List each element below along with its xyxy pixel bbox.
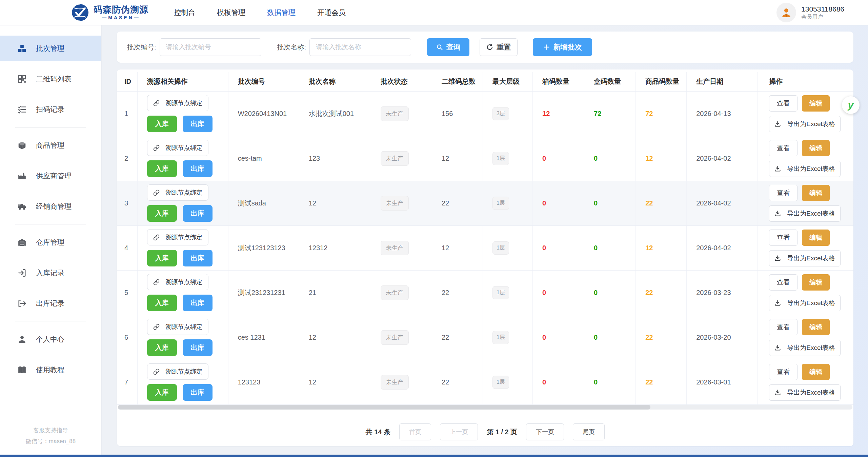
view-button[interactable]: 查看 bbox=[769, 230, 798, 246]
search-button[interactable]: 查询 bbox=[427, 38, 469, 56]
outbound-button[interactable]: 出库 bbox=[183, 160, 213, 177]
column-header: 箱码数量 bbox=[533, 72, 584, 91]
inbound-button[interactable]: 入库 bbox=[147, 384, 177, 401]
user-avatar-icon bbox=[781, 7, 792, 18]
inbound-button[interactable]: 入库 bbox=[147, 116, 177, 132]
cell-qr-total: 12 bbox=[432, 225, 483, 270]
inbound-button[interactable]: 入库 bbox=[147, 295, 177, 311]
inbound-button[interactable]: 入库 bbox=[147, 250, 177, 266]
cell-max-level: 1层 bbox=[483, 136, 532, 181]
avatar[interactable] bbox=[776, 3, 796, 22]
cell-batch-no: ces-tam bbox=[228, 136, 299, 181]
outbound-button[interactable]: 出库 bbox=[183, 205, 213, 222]
reset-button[interactable]: 重置 bbox=[480, 38, 518, 56]
cell-id: 1 bbox=[117, 91, 137, 136]
pagination-first-button[interactable]: 首页 bbox=[399, 423, 431, 440]
batch-no-input[interactable] bbox=[160, 38, 261, 56]
sidebar-item-batch-management[interactable]: 批次管理 bbox=[0, 36, 101, 61]
trace-node-bind-button[interactable]: 溯源节点绑定 bbox=[147, 319, 208, 335]
trace-node-bind-button[interactable]: 溯源节点绑定 bbox=[147, 363, 208, 380]
column-header: 操作 bbox=[758, 72, 853, 91]
download-icon bbox=[774, 344, 781, 351]
edit-button[interactable]: 编辑 bbox=[802, 364, 830, 380]
user-menu[interactable]: 13053118686 会员用户 bbox=[776, 3, 844, 22]
inbound-button[interactable]: 入库 bbox=[147, 339, 177, 356]
sidebar-item-warehouse-management[interactable]: 仓库管理 bbox=[0, 230, 101, 255]
level-badge: 1层 bbox=[492, 197, 509, 210]
cell-case-count: 12 bbox=[533, 91, 584, 136]
edit-button[interactable]: 编辑 bbox=[802, 230, 830, 246]
cell-id: 3 bbox=[117, 181, 137, 225]
sidebar-item-qrcode-list[interactable]: 二维码列表 bbox=[0, 66, 101, 92]
add-batch-button[interactable]: 新增批次 bbox=[533, 38, 592, 56]
sidebar-item-inbound-records[interactable]: 入库记录 bbox=[0, 260, 101, 285]
trace-node-bind-button[interactable]: 溯源节点绑定 bbox=[147, 184, 208, 201]
nav-item-membership[interactable]: 开通会员 bbox=[317, 8, 346, 17]
export-excel-button[interactable]: 导出为Excel表格 bbox=[769, 116, 840, 132]
view-button[interactable]: 查看 bbox=[769, 364, 798, 380]
refresh-icon bbox=[486, 44, 493, 51]
level-badge: 3层 bbox=[492, 107, 509, 120]
pagination-last-button[interactable]: 尾页 bbox=[573, 423, 605, 440]
cell-production-date: 2026-03-20 bbox=[687, 315, 758, 360]
trace-node-bind-button[interactable]: 溯源节点绑定 bbox=[147, 229, 208, 245]
outbound-button[interactable]: 出库 bbox=[183, 339, 213, 356]
sidebar-item-scan-records[interactable]: 扫码记录 bbox=[0, 97, 101, 122]
inbound-button[interactable]: 入库 bbox=[147, 205, 177, 222]
edit-button[interactable]: 编辑 bbox=[802, 140, 830, 156]
sidebar-support-note: 客服支持指导 微信号：masen_88 bbox=[0, 425, 101, 457]
trace-node-bind-button[interactable]: 溯源节点绑定 bbox=[147, 140, 208, 156]
outbound-button[interactable]: 出库 bbox=[183, 116, 213, 132]
edit-button[interactable]: 编辑 bbox=[802, 185, 830, 201]
export-excel-button[interactable]: 导出为Excel表格 bbox=[769, 205, 840, 222]
trace-node-bind-button[interactable]: 溯源节点绑定 bbox=[147, 95, 208, 111]
cell-production-date: 2026-04-02 bbox=[687, 181, 758, 225]
export-excel-button[interactable]: 导出为Excel表格 bbox=[769, 161, 840, 177]
column-header: ID bbox=[117, 72, 137, 91]
inbound-button[interactable]: 入库 bbox=[147, 160, 177, 177]
view-button[interactable]: 查看 bbox=[769, 185, 798, 201]
edit-button[interactable]: 编辑 bbox=[802, 95, 830, 112]
status-badge: 未生产 bbox=[381, 285, 409, 300]
pagination-prev-button[interactable]: 上一页 bbox=[440, 423, 478, 440]
cell-batch-name: 12312 bbox=[299, 225, 371, 270]
edit-button[interactable]: 编辑 bbox=[802, 319, 830, 335]
horizontal-scrollbar-thumb[interactable] bbox=[118, 405, 650, 410]
sidebar-item-distributor-management[interactable]: 经销商管理 bbox=[0, 194, 101, 219]
sidebar-item-profile[interactable]: 个人中心 bbox=[0, 326, 101, 352]
download-icon bbox=[774, 300, 781, 306]
sidebar-item-tutorial[interactable]: 使用教程 bbox=[0, 357, 101, 382]
cell-status: 未生产 bbox=[371, 225, 432, 270]
nav-item-data[interactable]: 数据管理 bbox=[267, 8, 296, 17]
view-button[interactable]: 查看 bbox=[769, 95, 798, 112]
cell-production-date: 2026-04-02 bbox=[687, 136, 758, 181]
edit-button[interactable]: 编辑 bbox=[802, 274, 830, 291]
view-button[interactable]: 查看 bbox=[769, 274, 798, 291]
outbound-button[interactable]: 出库 bbox=[183, 384, 213, 401]
sidebar-item-supplier-management[interactable]: 供应商管理 bbox=[0, 163, 101, 188]
cell-case-count: 0 bbox=[533, 136, 584, 181]
view-button[interactable]: 查看 bbox=[769, 319, 798, 335]
outbound-button[interactable]: 出库 bbox=[183, 250, 213, 266]
pagination-next-button[interactable]: 下一页 bbox=[526, 423, 564, 440]
cell-status: 未生产 bbox=[371, 136, 432, 181]
download-icon bbox=[774, 165, 781, 172]
cell-batch-name: 123 bbox=[299, 136, 371, 181]
customer-service-widget[interactable]: y bbox=[842, 96, 860, 114]
trace-node-bind-button[interactable]: 溯源节点绑定 bbox=[147, 274, 208, 290]
batch-name-input[interactable] bbox=[309, 38, 411, 56]
export-excel-button[interactable]: 导出为Excel表格 bbox=[769, 340, 840, 356]
nav-item-console[interactable]: 控制台 bbox=[174, 8, 195, 17]
export-excel-button[interactable]: 导出为Excel表格 bbox=[769, 250, 840, 266]
outbound-button[interactable]: 出库 bbox=[183, 295, 213, 311]
cell-qr-total: 22 bbox=[432, 360, 483, 404]
view-button[interactable]: 查看 bbox=[769, 140, 798, 156]
export-excel-button[interactable]: 导出为Excel表格 bbox=[769, 295, 840, 311]
nav-item-templates[interactable]: 模板管理 bbox=[217, 8, 245, 17]
sidebar-item-outbound-records[interactable]: 出库记录 bbox=[0, 291, 101, 316]
sidebar-divider bbox=[15, 224, 86, 224]
export-excel-button[interactable]: 导出为Excel表格 bbox=[769, 384, 840, 401]
table-row: 6 溯源节点绑定 入库 出库 ces 1231 12 未生产 22 1层 0 0… bbox=[117, 315, 853, 360]
warehouse-icon bbox=[18, 238, 26, 247]
sidebar-item-product-management[interactable]: 商品管理 bbox=[0, 133, 101, 158]
